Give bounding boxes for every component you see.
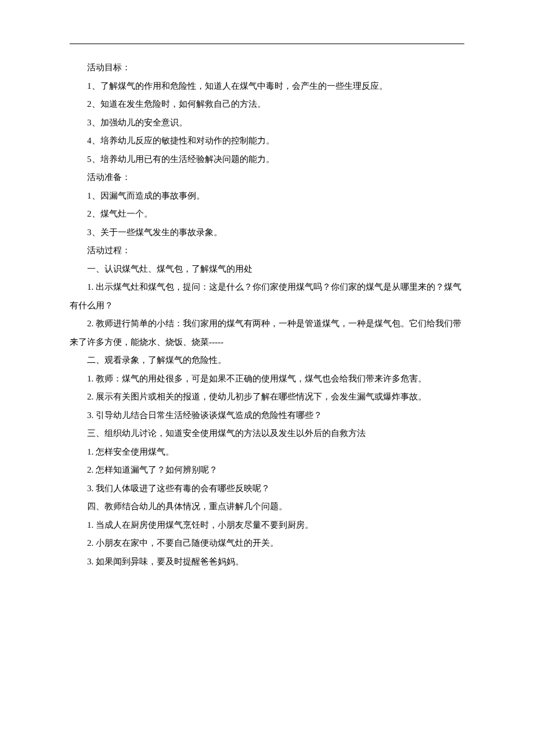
text-line: 二、观看录象，了解煤气的危险性。 — [70, 351, 464, 370]
text-line: 1. 出示煤气灶和煤气包，提问：这是什么？你们家使用煤气吗？你们家的煤气是从哪里… — [70, 278, 464, 315]
text-line: 活动过程： — [70, 242, 464, 260]
text-line: 2. 小朋友在家中，不要自己随便动煤气灶的开关。 — [70, 534, 464, 553]
text-line: 活动目标： — [70, 59, 464, 77]
text-line: 活动准备： — [70, 168, 464, 187]
text-line: 1、因漏气而造成的事故事例。 — [70, 187, 464, 206]
text-line: 2. 教师进行简单的小结：我们家用的煤气有两种，一种是管道煤气，一种是煤气包。它… — [70, 315, 464, 351]
text-line: 三、组织幼儿讨论，知道安全使用煤气的方法以及发生以外后的自救方法 — [70, 424, 464, 443]
text-line: 1. 教师：煤气的用处很多，可是如果不正确的使用煤气，煤气也会给我们带来许多危害… — [70, 370, 464, 388]
document-content: 活动目标：1、了解煤气的作用和危险性，知道人在煤气中毒时，会产生的一些生理反应。… — [70, 59, 464, 571]
text-line: 2. 展示有关图片或相关的报道，使幼儿初步了解在哪些情况下，会发生漏气或爆炸事故… — [70, 388, 464, 406]
text-line: 3. 我们人体吸进了这些有毒的会有哪些反映呢？ — [70, 480, 464, 498]
text-line: 3、加强幼儿的安全意识。 — [70, 114, 464, 132]
text-line: 4、培养幼儿反应的敏捷性和对动作的控制能力。 — [70, 132, 464, 150]
text-line: 1. 当成人在厨房使用煤气烹饪时，小朋友尽量不要到厨房。 — [70, 516, 464, 535]
text-line: 2. 怎样知道漏气了？如何辨别呢？ — [70, 461, 464, 480]
text-line: 2、煤气灶一个。 — [70, 205, 464, 224]
text-line: 1. 怎样安全使用煤气。 — [70, 443, 464, 462]
text-line: 3. 如果闻到异味，要及时提醒爸爸妈妈。 — [70, 553, 464, 571]
document-page: 活动目标：1、了解煤气的作用和危险性，知道人在煤气中毒时，会产生的一些生理反应。… — [0, 0, 534, 571]
text-line: 一、认识煤气灶、煤气包，了解煤气的用处 — [70, 260, 464, 279]
top-divider — [70, 44, 464, 44]
text-line: 5、培养幼儿用已有的生活经验解决问题的能力。 — [70, 150, 464, 169]
text-line: 3、关于一些煤气发生的事故录象。 — [70, 224, 464, 242]
text-line: 3. 引导幼儿结合日常生活经验谈谈煤气造成的危险性有哪些？ — [70, 406, 464, 425]
text-line: 2、知道在发生危险时，如何解救自己的方法。 — [70, 95, 464, 114]
text-line: 四、教师结合幼儿的具体情况，重点讲解几个问题。 — [70, 498, 464, 516]
text-line: 1、了解煤气的作用和危险性，知道人在煤气中毒时，会产生的一些生理反应。 — [70, 77, 464, 96]
